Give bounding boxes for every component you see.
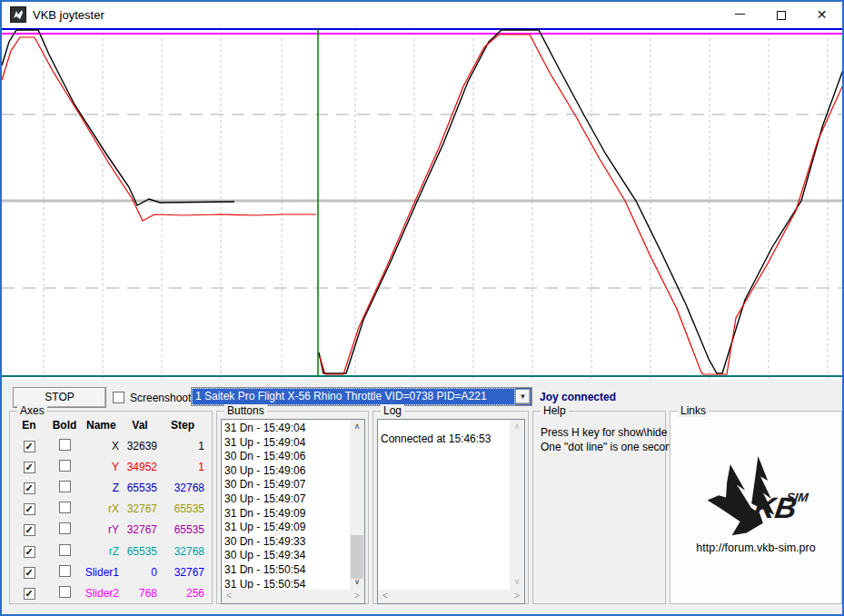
axis-step: 65535 xyxy=(159,523,206,536)
button-event-item: 30 Up - 15:49:07 xyxy=(224,492,349,507)
links-group-title: Links xyxy=(678,404,709,417)
buttons-vertical-scrollbar[interactable]: ∧ ∨ xyxy=(350,420,364,590)
log-horizontal-scrollbar[interactable]: < > xyxy=(378,590,524,603)
col-val: Val xyxy=(121,419,159,432)
scrollbar-thumb[interactable] xyxy=(351,535,363,579)
axes-row: ✓Y349521 xyxy=(14,456,208,477)
title-bar[interactable]: VKB joytester ✕ xyxy=(2,2,842,27)
log-vertical-scrollbar[interactable]: ∧ ∨ xyxy=(510,420,524,590)
button-event-item: 31 Up - 15:49:04 xyxy=(224,436,349,451)
axis-value: 0 xyxy=(121,566,159,579)
focus-rect xyxy=(193,389,514,404)
log-content: Connected at 15:46:53 xyxy=(381,422,509,589)
axis-bold-cell xyxy=(45,481,84,495)
col-step: Step xyxy=(159,419,206,432)
button-event-item: 30 Dn - 15:49:07 xyxy=(224,478,349,492)
axis-value: 32767 xyxy=(121,523,159,536)
help-text: Press H key for show\hideOne "dot line" … xyxy=(541,426,678,454)
axis-bold-cell xyxy=(45,439,84,453)
axis-value: 65535 xyxy=(121,482,159,494)
axis-step: 32767 xyxy=(159,566,206,579)
axis-value: 65535 xyxy=(121,545,159,558)
axes-group-title: Axes xyxy=(17,404,47,417)
help-groupbox: Help Press H key for show\hideOne "dot l… xyxy=(532,411,666,604)
col-name: Name xyxy=(84,419,121,432)
axis-bold-cell xyxy=(45,460,84,474)
log-list[interactable]: Connected at 15:46:53 ∧ ∨ < > xyxy=(377,419,525,604)
axis-bold-checkbox[interactable] xyxy=(59,502,71,513)
device-dropdown[interactable]: 1 Saitek Pro Flight X-56 Rhino Throttle … xyxy=(191,387,532,406)
scroll-left-icon[interactable]: < xyxy=(222,590,236,604)
axis-bold-checkbox[interactable] xyxy=(59,565,71,577)
axis-value: 32767 xyxy=(121,502,159,515)
axis-bold-checkbox[interactable] xyxy=(59,481,71,492)
col-bold: Bold xyxy=(45,419,84,432)
axis-bold-cell xyxy=(45,522,84,537)
links-groupbox: Links KB SIM http://forum.vkb-sim.pro xyxy=(670,411,842,604)
scroll-right-icon[interactable]: > xyxy=(510,590,524,604)
axis-enable-cell: ✓ xyxy=(14,502,45,515)
trace-X xyxy=(2,30,234,205)
button-event-item: 31 Dn - 15:49:09 xyxy=(224,507,349,522)
dropdown-button[interactable]: ▼ xyxy=(515,389,531,404)
scroll-up-icon[interactable]: ∧ xyxy=(510,420,524,434)
axis-bold-checkbox[interactable] xyxy=(59,439,71,451)
help-line: Press H key for show\hide xyxy=(541,426,678,441)
axes-row: ✓X326391 xyxy=(14,435,208,456)
axis-step: 1 xyxy=(159,440,206,452)
button-event-item: 30 Dn - 15:49:33 xyxy=(224,535,349,550)
forum-link[interactable]: http://forum.vkb-sim.pro xyxy=(670,541,841,554)
screenshot-checkbox[interactable] xyxy=(113,392,124,403)
axis-name: rY xyxy=(84,523,121,536)
close-button[interactable]: ✕ xyxy=(801,2,842,27)
axis-enable-checkbox[interactable]: ✓ xyxy=(24,524,35,536)
axis-name: X xyxy=(84,440,121,452)
axis-enable-checkbox[interactable]: ✓ xyxy=(24,503,35,515)
chevron-down-icon: ▼ xyxy=(520,392,527,401)
axis-enable-checkbox[interactable]: ✓ xyxy=(24,462,35,473)
axis-name: Y xyxy=(84,461,121,473)
screenshot-label: Screenshoot xyxy=(130,392,191,404)
app-window: VKB joytester ✕ STOP Screenshoot 1 Saite… xyxy=(0,0,844,616)
axis-bold-cell xyxy=(45,565,84,580)
scroll-down-icon[interactable]: ∨ xyxy=(350,575,364,590)
maximize-icon xyxy=(777,11,786,20)
buttons-groupbox: Buttons 31 Dn - 15:49:0431 Up - 15:49:04… xyxy=(216,411,369,604)
axis-enable-checkbox[interactable]: ✓ xyxy=(24,588,35,600)
axis-step: 32768 xyxy=(159,482,206,494)
axis-enable-checkbox[interactable]: ✓ xyxy=(24,482,35,494)
close-icon: ✕ xyxy=(817,7,828,22)
maximize-button[interactable] xyxy=(760,2,801,27)
app-icon xyxy=(10,6,26,23)
scroll-left-icon[interactable]: < xyxy=(378,590,392,604)
axis-enable-checkbox[interactable]: ✓ xyxy=(24,546,35,558)
axes-trace-chart xyxy=(2,27,842,380)
buttons-horizontal-scrollbar[interactable]: < > xyxy=(222,590,364,603)
axis-name: rZ xyxy=(84,545,121,558)
axis-enable-checkbox[interactable]: ✓ xyxy=(24,441,35,452)
minimize-button[interactable] xyxy=(720,2,760,27)
axis-bold-checkbox[interactable] xyxy=(59,544,71,556)
axis-enable-checkbox[interactable]: ✓ xyxy=(24,567,35,579)
axes-row: ✓rZ6553532768 xyxy=(14,541,208,561)
minimize-icon xyxy=(735,14,745,15)
log-entry: Connected at 15:46:53 xyxy=(381,432,509,447)
axis-bold-checkbox[interactable] xyxy=(59,586,71,598)
scroll-up-icon[interactable]: ∧ xyxy=(350,420,364,434)
axis-value: 32639 xyxy=(121,440,159,452)
axis-step: 256 xyxy=(159,587,206,600)
axis-name: rX xyxy=(84,502,121,515)
help-group-title: Help xyxy=(541,404,569,417)
scroll-right-icon[interactable]: > xyxy=(350,590,364,604)
axis-name: Slider1 xyxy=(84,566,121,579)
axis-bold-checkbox[interactable] xyxy=(59,460,71,472)
button-events-list[interactable]: 31 Dn - 15:49:0431 Up - 15:49:0430 Dn - … xyxy=(221,419,365,604)
scroll-down-icon[interactable]: ∨ xyxy=(510,575,524,590)
axes-row: ✓rX3276765535 xyxy=(14,499,208,520)
log-group-title: Log xyxy=(381,404,404,417)
chart-canvas xyxy=(2,27,842,380)
button-event-item: 30 Dn - 15:49:06 xyxy=(224,450,349,464)
vkb-sim-logo: KB SIM xyxy=(696,455,819,541)
axis-bold-checkbox[interactable] xyxy=(59,522,71,534)
button-events-content: 31 Dn - 15:49:0431 Up - 15:49:0430 Dn - … xyxy=(224,422,349,589)
